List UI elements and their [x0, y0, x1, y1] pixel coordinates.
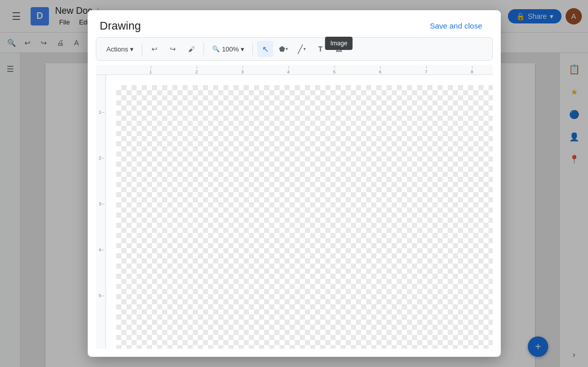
ruler-left-mark-2: 2: [96, 155, 106, 161]
ruler-mark-7: 7: [425, 66, 427, 74]
canvas-checkerboard: [116, 85, 493, 349]
drawing-canvas[interactable]: [116, 85, 493, 349]
zoom-chevron-icon: ▾: [241, 45, 244, 53]
text-box-icon: T: [318, 45, 323, 53]
line-button[interactable]: ╱ ▾: [294, 41, 310, 57]
image-icon: 🖼: [336, 45, 342, 53]
text-box-button[interactable]: T: [312, 41, 328, 57]
undo-icon: ↩: [151, 45, 158, 53]
paint-format-icon: 🖌: [188, 45, 195, 53]
ruler-left-mark-1: 1: [96, 110, 106, 115]
zoom-icon: 🔍: [212, 45, 220, 53]
ruler-left-mark-3: 3: [96, 201, 106, 206]
redo-icon: ↪: [170, 45, 176, 53]
image-button[interactable]: 🖼 Image: [330, 41, 347, 57]
ruler-mark-2: 2: [195, 66, 198, 74]
actions-label: Actions: [107, 45, 129, 53]
undo-button[interactable]: ↩: [146, 41, 163, 57]
drawing-toolbar: Actions ▾ ↩ ↪ 🖌 🔍 100% ▾: [96, 37, 493, 61]
ruler-left: 1 2 3 4 5: [96, 75, 106, 349]
line-icon: ╱: [298, 44, 303, 54]
canvas-row: 1 2 3 4 5: [96, 75, 493, 349]
drawing-canvas-wrapper[interactable]: 1 2 3 4 5: [96, 65, 493, 349]
zoom-button[interactable]: 🔍 100% ▾: [208, 43, 248, 55]
ruler-mark-4: 4: [287, 66, 290, 74]
save-close-button[interactable]: Save and close: [424, 18, 489, 33]
drawing-title: Drawing: [100, 19, 141, 33]
ruler-mark-3: 3: [241, 66, 244, 74]
toolbar-divider-1: [142, 43, 142, 55]
ruler-mark-8: 8: [471, 66, 473, 74]
zoom-label: 100%: [222, 45, 239, 53]
ruler-left-mark-4: 4: [96, 247, 106, 252]
shapes-icon: ⬟: [279, 45, 285, 53]
actions-chevron-icon: ▾: [130, 45, 134, 53]
ruler-mark-6: 6: [379, 66, 381, 74]
drawing-header: Drawing Save and close: [88, 10, 501, 37]
redo-button[interactable]: ↪: [165, 41, 181, 57]
line-chevron-icon: ▾: [303, 46, 306, 51]
drawing-dialog: Drawing Save and close Actions ▾ ↩ ↪ 🖌: [88, 10, 501, 357]
shapes-button[interactable]: ⬟ ▾: [275, 41, 292, 57]
select-button[interactable]: ↖: [257, 41, 273, 57]
ruler-left-mark-5: 5: [96, 293, 106, 298]
toolbar-divider-3: [252, 43, 253, 55]
ruler-top: 1 2 3 4 5: [96, 65, 493, 75]
shapes-chevron-icon: ▾: [286, 46, 288, 51]
select-icon: ↖: [262, 44, 269, 54]
paint-format-button[interactable]: 🖌: [183, 41, 199, 57]
ruler-mark-1: 1: [149, 66, 152, 74]
ruler-mark-5: 5: [333, 66, 336, 74]
actions-button[interactable]: Actions ▾: [103, 43, 138, 55]
modal-overlay: Drawing Save and close Actions ▾ ↩ ↪ 🖌: [0, 0, 588, 367]
toolbar-divider-2: [203, 43, 204, 55]
